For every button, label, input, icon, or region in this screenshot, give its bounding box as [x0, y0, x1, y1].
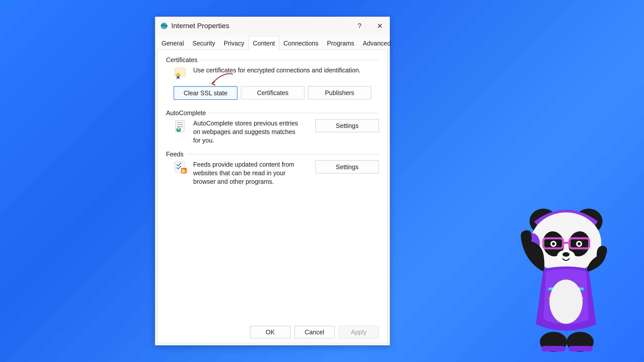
content-panel: Certificates Use certificates for encryp… — [157, 50, 388, 343]
dialog-button-bar: OK Cancel Apply — [166, 321, 379, 338]
feeds-label: Feeds — [166, 151, 183, 158]
feeds-row: Feeds provide updated content from websi… — [166, 160, 379, 186]
autocomplete-settings-button[interactable]: Settings — [315, 119, 379, 132]
close-button[interactable]: ✕ — [370, 17, 390, 35]
autocomplete-icon — [174, 119, 188, 133]
svg-rect-33 — [569, 346, 593, 351]
clear-ssl-state-button[interactable]: Clear SSL state — [174, 86, 237, 100]
svg-point-27 — [562, 252, 570, 257]
internet-properties-dialog: Internet Properties ? ✕ General Security… — [155, 17, 390, 345]
certificates-group-header: Certificates — [166, 56, 379, 64]
apply-button[interactable]: Apply — [339, 326, 379, 338]
tab-strip: General Security Privacy Content Connect… — [155, 35, 390, 50]
svg-point-10 — [178, 128, 180, 130]
svg-point-13 — [182, 171, 183, 173]
feeds-group-header: Feeds — [166, 151, 379, 158]
publishers-button[interactable]: Publishers — [308, 86, 371, 99]
svg-point-25 — [578, 242, 581, 245]
certificates-description: Use certificates for encrypted connectio… — [193, 66, 361, 75]
svg-point-23 — [552, 242, 555, 245]
desktop-background: Internet Properties ? ✕ General Security… — [0, 0, 644, 362]
close-icon: ✕ — [377, 22, 383, 30]
tab-general[interactable]: General — [157, 36, 188, 50]
autocomplete-label: AutoComplete — [166, 109, 206, 117]
tab-content[interactable]: Content — [249, 36, 279, 50]
help-button[interactable]: ? — [349, 17, 370, 35]
autocomplete-group-header: AutoComplete — [166, 109, 379, 117]
feeds-icon — [174, 160, 188, 174]
tab-programs[interactable]: Programs — [323, 36, 358, 50]
tab-connections[interactable]: Connections — [279, 36, 323, 50]
feeds-description: Feeds provide updated content from websi… — [193, 160, 299, 186]
ok-button[interactable]: OK — [250, 326, 290, 338]
tab-privacy[interactable]: Privacy — [219, 36, 249, 50]
certificates-button[interactable]: Certificates — [241, 86, 304, 99]
svg-rect-12 — [181, 168, 187, 173]
panda-mascot — [513, 206, 621, 359]
certificate-icon — [174, 66, 188, 80]
window-title: Internet Properties — [171, 22, 349, 30]
certificates-buttons: Clear SSL state Certificates Publishers — [174, 86, 379, 100]
svg-rect-32 — [541, 346, 566, 351]
tab-security[interactable]: Security — [188, 36, 219, 50]
tab-advanced[interactable]: Advanced — [358, 36, 395, 50]
svg-point-29 — [549, 280, 583, 324]
certificates-label: Certificates — [166, 56, 197, 64]
cancel-button[interactable]: Cancel — [294, 326, 335, 338]
certificates-row: Use certificates for encrypted connectio… — [166, 66, 379, 80]
help-icon: ? — [357, 22, 361, 30]
autocomplete-row: AutoComplete stores previous entries on … — [166, 119, 379, 145]
titlebar: Internet Properties ? ✕ — [155, 17, 390, 35]
internet-options-icon — [160, 22, 168, 30]
feeds-settings-button[interactable]: Settings — [315, 160, 379, 173]
autocomplete-description: AutoComplete stores previous entries on … — [193, 119, 301, 145]
